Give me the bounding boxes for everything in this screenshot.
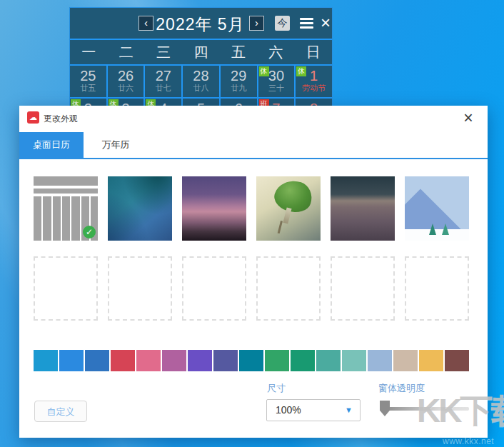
rest-badge-icon: 休 xyxy=(259,66,269,76)
theme-thumbnail-ocean-dusk[interactable] xyxy=(331,176,395,241)
color-swatch-row xyxy=(34,350,469,371)
next-month-button[interactable]: › xyxy=(249,16,264,31)
pine-tree-icon xyxy=(442,224,449,235)
day-number: 26 xyxy=(118,68,133,84)
menu-icon[interactable] xyxy=(300,18,313,29)
customize-button[interactable]: 自定义 xyxy=(34,401,87,422)
chevron-down-icon: ▼ xyxy=(345,406,353,414)
theme-thumbnail-floating-tree[interactable] xyxy=(256,176,321,241)
lunar-label: 廿五 xyxy=(80,84,96,93)
empty-theme-slot[interactable] xyxy=(256,256,321,321)
theme-thumbnail-row: ✓ xyxy=(34,176,469,241)
empty-theme-slot-row xyxy=(34,256,469,321)
dialog-titlebar: ☁ 更改外观 × xyxy=(19,106,488,132)
calendar-day-cell[interactable]: 25廿五 xyxy=(70,66,106,97)
lunar-label: 廿九 xyxy=(231,84,246,93)
color-swatch[interactable] xyxy=(136,350,161,371)
theme-thumbnail-purple-haze[interactable] xyxy=(182,176,246,241)
weekday-label: 三 xyxy=(145,43,182,62)
weekday-label: 一 xyxy=(70,43,107,62)
color-swatch[interactable] xyxy=(59,350,84,371)
color-swatch[interactable] xyxy=(265,350,289,371)
empty-theme-slot[interactable] xyxy=(331,256,395,321)
calendar-day-cell[interactable]: 27廿七 xyxy=(145,66,181,97)
color-swatch[interactable] xyxy=(85,350,109,371)
day-number: 25 xyxy=(80,68,96,84)
day-number: 30 xyxy=(268,68,284,84)
empty-theme-slot[interactable] xyxy=(182,256,246,321)
weekday-row: 一二三四五六日 xyxy=(70,40,332,64)
selected-check-icon: ✓ xyxy=(83,226,96,238)
calendar-day-cell[interactable]: 休1劳动节 xyxy=(296,66,332,97)
lunar-label: 廿六 xyxy=(118,84,133,93)
weekday-label: 日 xyxy=(295,43,332,62)
day-number: 28 xyxy=(193,68,208,84)
day-number: 27 xyxy=(156,68,171,84)
lunar-label: 三十 xyxy=(268,84,284,93)
color-swatch[interactable] xyxy=(368,350,392,371)
calendar-month-title: 2022年 5月 xyxy=(156,14,245,36)
slider-handle[interactable] xyxy=(380,401,390,416)
tab-bar: 桌面日历 万年历 xyxy=(19,132,488,158)
day-number: 1 xyxy=(310,68,318,84)
calendar-header: ‹ 2022年 5月 › 今 × xyxy=(70,8,332,39)
today-button[interactable]: 今 xyxy=(275,16,290,31)
color-swatch[interactable] xyxy=(316,350,341,371)
empty-theme-slot[interactable] xyxy=(405,256,469,321)
weekday-label: 六 xyxy=(257,43,294,62)
color-swatch[interactable] xyxy=(291,350,315,371)
weekday-label: 二 xyxy=(107,43,144,62)
lunar-label: 廿七 xyxy=(156,84,171,93)
empty-theme-slot[interactable] xyxy=(108,256,172,321)
theme-thumbnail-calendar-grid[interactable]: ✓ xyxy=(34,176,98,241)
calendar-day-cell[interactable]: 26廿六 xyxy=(108,66,144,97)
tab-perpetual-calendar[interactable]: 万年历 xyxy=(84,132,148,158)
color-swatch[interactable] xyxy=(111,350,135,371)
color-swatch[interactable] xyxy=(213,350,238,371)
theme-thumbnail-teal-petals[interactable] xyxy=(108,176,172,241)
size-dropdown-value: 100% xyxy=(276,404,301,416)
weekday-label: 五 xyxy=(220,43,257,62)
color-swatch[interactable] xyxy=(162,350,186,371)
prev-month-button[interactable]: ‹ xyxy=(138,16,153,31)
kk-download-watermark: KK下载 xyxy=(417,389,504,433)
lunar-label: 廿八 xyxy=(193,84,208,93)
color-swatch[interactable] xyxy=(393,350,418,371)
calendar-day-cell[interactable]: 28廿八 xyxy=(183,66,219,97)
site-url-watermark: www.kkx.net xyxy=(443,436,494,446)
color-swatch[interactable] xyxy=(445,350,469,371)
color-swatch[interactable] xyxy=(239,350,263,371)
color-swatch[interactable] xyxy=(188,350,212,371)
pine-tree-icon xyxy=(429,224,436,235)
empty-theme-slot[interactable] xyxy=(34,256,98,321)
rest-badge-icon: 休 xyxy=(296,66,306,76)
calendar-close-icon[interactable]: × xyxy=(318,12,333,34)
color-swatch[interactable] xyxy=(342,350,366,371)
change-appearance-dialog: ☁ 更改外观 × 桌面日历 万年历 ✓ 自定义 尺寸 100% ▼ 窗体透明度 xyxy=(19,106,488,438)
tab-desktop-calendar[interactable]: 桌面日历 xyxy=(19,132,84,158)
size-dropdown[interactable]: 100% ▼ xyxy=(266,399,361,421)
app-cloud-icon: ☁ xyxy=(27,111,39,124)
dialog-close-icon[interactable]: × xyxy=(459,107,478,129)
day-number: 29 xyxy=(231,68,246,84)
weekday-label: 四 xyxy=(182,43,219,62)
dialog-title: 更改外观 xyxy=(44,113,78,125)
theme-thumbnail-snow-mountains[interactable] xyxy=(405,176,469,241)
color-swatch[interactable] xyxy=(34,350,58,371)
calendar-day-cell[interactable]: 休30三十 xyxy=(258,66,295,97)
lunar-label: 劳动节 xyxy=(302,84,326,93)
tab-underline xyxy=(19,158,488,159)
calendar-day-cell[interactable]: 29廿九 xyxy=(221,66,257,97)
size-label: 尺寸 xyxy=(267,382,286,395)
color-swatch[interactable] xyxy=(419,350,443,371)
